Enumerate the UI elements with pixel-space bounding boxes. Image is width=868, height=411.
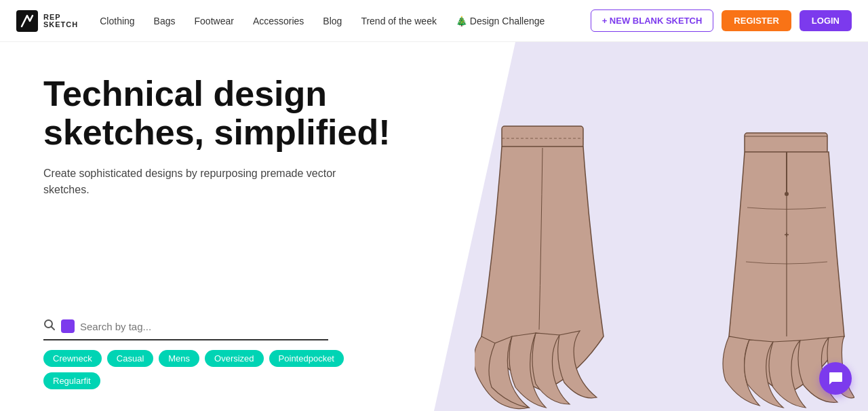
nav-links: Clothing Bags Footwear Accessories Blog … [100,16,590,26]
skirts-illustration [434,42,868,411]
tag-mens[interactable]: Mens [159,350,199,367]
tag-crewneck[interactable]: Crewneck [43,350,102,367]
left-panel: Technical design sketches, simplified! C… [0,42,434,411]
search-bar [43,319,328,340]
search-icon [43,319,56,334]
logo-line2: SKETCH [43,21,78,28]
tag-regularfit[interactable]: Regularfit [43,372,100,389]
nav-bags[interactable]: Bags [154,16,176,26]
tag-pointedpocket[interactable]: Pointedpocket [269,350,344,367]
hero-title: Technical design sketches, simplified! [43,75,401,152]
search-input[interactable] [80,321,328,332]
tags-row: Crewneck Casual Mens Oversized Pointedpo… [43,350,401,389]
login-button[interactable]: LOGIN [800,10,852,31]
nav-clothing[interactable]: Clothing [100,16,134,26]
logo[interactable]: REP SKETCH [16,10,78,32]
nav-trend[interactable]: Trend of the week [361,16,437,26]
hero-subtitle: Create sophisticated designs by repurpos… [43,165,342,198]
new-blank-sketch-button[interactable]: + NEW BLANK SKETCH [591,9,714,32]
tag-oversized[interactable]: Oversized [205,350,264,367]
logo-icon [16,10,38,32]
main-content: Technical design sketches, simplified! C… [0,42,868,411]
register-button[interactable]: REGISTER [722,10,791,31]
svg-rect-3 [502,126,583,148]
navbar: REP SKETCH Clothing Bags Footwear Access… [0,0,868,42]
svg-rect-0 [16,10,38,32]
search-tag-icon [61,319,75,333]
tag-casual[interactable]: Casual [107,350,153,367]
search-area: Crewneck Casual Mens Oversized Pointedpo… [43,302,401,389]
nav-actions: + NEW BLANK SKETCH REGISTER LOGIN [591,9,852,32]
nav-footwear[interactable]: Footwear [195,16,234,26]
chat-bubble-button[interactable] [819,362,852,395]
logo-line1: REP [43,14,78,21]
nav-design-challenge[interactable]: 🎄 Design Challenge [456,16,545,26]
skirt-front [475,119,610,411]
nav-blog[interactable]: Blog [323,16,342,26]
nav-accessories[interactable]: Accessories [253,16,304,26]
right-panel [434,42,868,411]
svg-point-9 [785,192,789,196]
